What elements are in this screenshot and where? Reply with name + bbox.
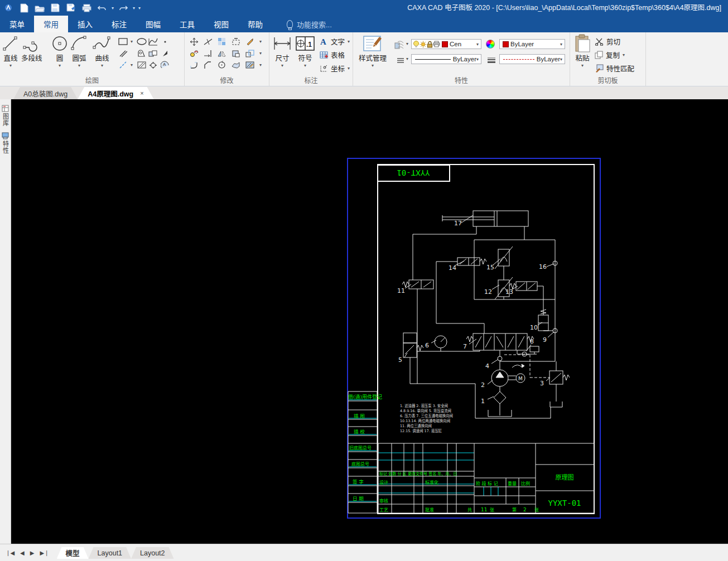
color-combo-caret[interactable]: ▾ bbox=[560, 42, 563, 47]
linewidth-combo-caret[interactable]: ▾ bbox=[560, 57, 563, 62]
modify-caret-2[interactable]: ▾ bbox=[258, 51, 263, 56]
dimension-button[interactable]: 尺寸▾ bbox=[273, 35, 292, 68]
ribbon-section-annotate: 尺寸▾ .1 符号▾ A文字▾ 表格 坐标▾ 标注 bbox=[269, 32, 353, 86]
app-logo-icon[interactable] bbox=[2, 2, 15, 13]
layer-convert-caret[interactable]: ▾ bbox=[404, 41, 410, 46]
coordinate-tool[interactable]: 坐标▾ bbox=[320, 63, 350, 74]
move-tool-icon[interactable] bbox=[188, 36, 200, 47]
save-as-icon[interactable] bbox=[65, 2, 77, 13]
tab-layout1[interactable]: Layout1 bbox=[89, 547, 131, 559]
function-search[interactable]: 功能搜索... bbox=[272, 16, 332, 32]
tab-layout2[interactable]: Layout2 bbox=[131, 547, 173, 559]
linetype-combo-caret[interactable]: ▾ bbox=[476, 57, 480, 62]
first-layout-icon[interactable]: ❘◀ bbox=[6, 550, 15, 556]
ribbon-section-draw: 直线▾ 多段线 圆▾ 圆弧▾ 曲线▾ ▾ bbox=[0, 32, 185, 86]
arc-tool-button[interactable]: 圆弧▾ bbox=[70, 35, 88, 68]
chamfer-tool-icon[interactable] bbox=[202, 59, 214, 71]
mirror-tool-icon[interactable] bbox=[216, 47, 228, 59]
rotate-tool-icon[interactable] bbox=[216, 59, 228, 71]
hatch-tool-icon[interactable] bbox=[136, 59, 147, 71]
scissors-icon bbox=[595, 38, 604, 46]
block-tool-icon[interactable] bbox=[147, 47, 159, 59]
match-properties-tool[interactable]: 特性匹配 bbox=[595, 63, 634, 74]
formula-curve-icon[interactable] bbox=[147, 36, 159, 47]
linetype-combo[interactable]: ByLayer ▾ bbox=[411, 54, 481, 64]
break-tool-icon[interactable] bbox=[202, 36, 214, 47]
profile-tool-icon[interactable] bbox=[136, 47, 147, 59]
save-icon[interactable] bbox=[49, 2, 61, 13]
axis-line-icon[interactable] bbox=[117, 59, 129, 71]
copy-tool[interactable]: 复制▾ bbox=[595, 50, 634, 60]
table-tool[interactable]: 表格 bbox=[320, 50, 350, 60]
text-area-icon[interactable]: A bbox=[159, 59, 171, 71]
rotate-copy-icon[interactable] bbox=[188, 47, 200, 59]
menu-tab-tufu[interactable]: 图幅 bbox=[136, 16, 170, 32]
linetype-list-caret[interactable]: ▾ bbox=[404, 56, 410, 61]
menu-tab-charu[interactable]: 插入 bbox=[68, 16, 102, 32]
prev-layout-icon[interactable]: ◀ bbox=[20, 550, 25, 556]
text-tool[interactable]: A文字▾ bbox=[320, 36, 350, 47]
side-tab-library[interactable]: 图库 bbox=[0, 103, 11, 127]
layer-combo[interactable]: Cen ▾ bbox=[411, 39, 481, 49]
spline-tool-button[interactable]: 曲线▾ bbox=[93, 35, 112, 68]
doc-tab-a0[interactable]: A0总装图.dwg bbox=[13, 87, 78, 99]
pick-arrow-icon[interactable] bbox=[159, 47, 171, 59]
tab-model[interactable]: 模型 bbox=[57, 547, 89, 559]
layer-combo-caret[interactable]: ▾ bbox=[476, 42, 480, 47]
trim-hatch-icon[interactable] bbox=[244, 59, 255, 71]
style-manager-button[interactable]: 样式管理▾ bbox=[359, 35, 387, 68]
edit-pencil-icon[interactable] bbox=[244, 36, 255, 47]
last-layout-icon[interactable]: ▶❘ bbox=[40, 550, 49, 556]
polyline-tool-button[interactable]: 多段线 bbox=[21, 35, 42, 63]
qat-customize-caret[interactable]: ▾ bbox=[138, 6, 141, 11]
undo-icon[interactable] bbox=[96, 2, 108, 13]
undo-dropdown-caret[interactable]: ▾ bbox=[112, 6, 114, 11]
scale-tool-icon[interactable] bbox=[244, 47, 255, 59]
stretch-tool-icon[interactable] bbox=[230, 36, 242, 47]
menu-tab-bangzhu[interactable]: 帮助 bbox=[238, 16, 272, 32]
cut-tool[interactable]: 剪切 bbox=[595, 36, 634, 47]
design-label: 设计 bbox=[379, 480, 388, 485]
drawing-canvas[interactable]: YYXT-01 bbox=[11, 99, 728, 544]
doc-tab-a4-active[interactable]: A4原理图.dwg × bbox=[78, 87, 153, 99]
corner-trim-icon[interactable] bbox=[230, 47, 242, 59]
menu-tab-changyong[interactable]: 常用 bbox=[34, 16, 68, 32]
layer-convert-icon[interactable] bbox=[393, 39, 405, 51]
modify-caret-3[interactable]: ▾ bbox=[258, 62, 263, 67]
print-icon[interactable] bbox=[80, 2, 93, 13]
next-layout-icon[interactable]: ▶ bbox=[30, 550, 35, 556]
redo-icon[interactable] bbox=[117, 2, 129, 13]
color-combo[interactable]: ByLayer ▾ bbox=[499, 39, 565, 49]
linewidth-combo[interactable]: ByLayer ▾ bbox=[499, 54, 565, 64]
modify-caret-1[interactable]: ▾ bbox=[258, 39, 263, 44]
doc-tab-close-icon[interactable]: × bbox=[140, 90, 143, 96]
color-picker-wheel-icon[interactable] bbox=[486, 40, 495, 49]
extend-tool-icon[interactable] bbox=[202, 47, 214, 59]
array-tool-icon[interactable] bbox=[216, 36, 228, 47]
new-file-icon[interactable] bbox=[18, 2, 30, 13]
menu-tab-caidan[interactable]: 菜单 bbox=[0, 16, 34, 32]
explode-tool-icon[interactable] bbox=[230, 59, 242, 71]
menu-tab-biaozhu[interactable]: 标注 bbox=[102, 16, 136, 32]
linewidth-list-icon[interactable] bbox=[485, 54, 497, 66]
fillet-tool-icon[interactable] bbox=[188, 59, 200, 71]
rectangle-caret[interactable]: ▾ bbox=[129, 39, 134, 44]
circle-tool-button[interactable]: 圆▾ bbox=[51, 35, 68, 68]
axis-line-caret[interactable]: ▾ bbox=[129, 62, 134, 67]
point-tool-icon[interactable] bbox=[159, 36, 171, 47]
redo-dropdown-caret[interactable]: ▾ bbox=[133, 6, 135, 11]
date-label: 日 期 bbox=[353, 496, 364, 501]
gear-tool-icon[interactable] bbox=[147, 59, 159, 71]
parallel-line-icon[interactable] bbox=[117, 47, 129, 59]
open-file-icon[interactable] bbox=[33, 2, 46, 13]
side-tab-properties[interactable]: 特性 bbox=[0, 130, 11, 154]
filter-1 bbox=[488, 386, 512, 417]
menu-tab-shitu[interactable]: 视图 bbox=[204, 16, 238, 32]
svg-text:A: A bbox=[320, 37, 326, 46]
line-tool-button[interactable]: 直线▾ bbox=[2, 35, 19, 68]
menu-tab-gongju[interactable]: 工具 bbox=[170, 16, 204, 32]
symbol-button[interactable]: .1 符号▾ bbox=[295, 35, 315, 68]
ellipse-tool-icon[interactable] bbox=[136, 36, 147, 47]
paste-button[interactable]: 粘贴▾ bbox=[573, 35, 591, 68]
rectangle-tool-icon[interactable] bbox=[117, 36, 129, 47]
